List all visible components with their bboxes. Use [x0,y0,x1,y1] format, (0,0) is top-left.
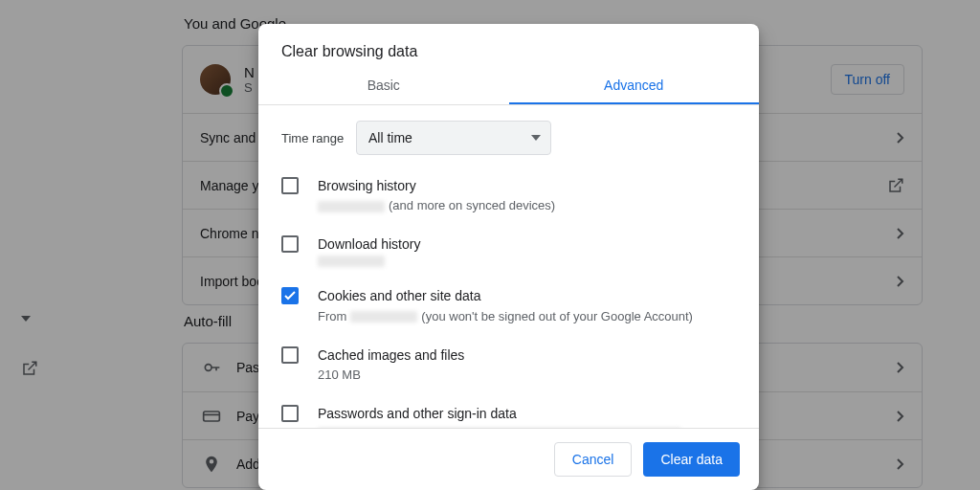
time-range-select[interactable]: All time [356,121,551,155]
item-title: Download history [318,234,736,254]
checkbox-cookies[interactable] [281,287,299,304]
checkbox-browsing-history[interactable] [281,177,299,194]
dialog-tabs: Basic Advanced [258,66,759,105]
dialog-body: Time range All time Browsing history (an… [258,105,759,428]
redacted-text [350,311,417,323]
item-subtext [318,256,736,267]
tab-advanced[interactable]: Advanced [509,66,760,104]
item-cache: Cached images and files 210 MB [281,336,736,394]
dialog-footer: Cancel Clear data [258,428,759,490]
item-subtext-suffix: (you won't be signed out of your Google … [421,308,693,326]
item-title: Browsing history [318,176,736,195]
cancel-button[interactable]: Cancel [554,442,633,477]
item-download-history: Download history [281,225,736,277]
time-range-row: Time range All time [258,105,759,163]
item-subtext: From (you won't be signed out of your Go… [318,308,736,326]
time-range-value: All time [368,130,412,145]
item-browsing-history: Browsing history (and more on synced dev… [281,167,736,225]
tab-basic[interactable]: Basic [258,66,509,104]
redacted-text [318,256,385,267]
item-subtext: (and more on synced devices) [318,197,736,215]
item-title: Cookies and other site data [318,286,736,305]
item-title: Cached images and files [318,345,736,365]
clear-browsing-data-dialog: Clear browsing data Basic Advanced Time … [258,24,759,490]
clear-data-button[interactable]: Clear data [643,442,740,477]
redacted-text [318,201,385,212]
item-subtext-prefix: From [318,308,346,326]
item-subtext [318,425,736,428]
item-cookies: Cookies and other site data From (you wo… [281,277,736,335]
item-title: Passwords and other sign-in data [318,404,736,423]
checkbox-cache[interactable] [281,346,299,364]
dropdown-caret-icon [531,135,541,141]
dialog-title: Clear browsing data [258,24,759,66]
item-passwords: Passwords and other sign-in data [281,394,736,428]
checkbox-passwords[interactable] [281,405,299,422]
time-range-label: Time range [281,131,356,145]
item-subtext: 210 MB [318,367,736,385]
item-subtext-suffix: (and more on synced devices) [389,197,555,215]
clear-data-items: Browsing history (and more on synced dev… [258,163,759,428]
checkbox-download-history[interactable] [281,235,299,253]
